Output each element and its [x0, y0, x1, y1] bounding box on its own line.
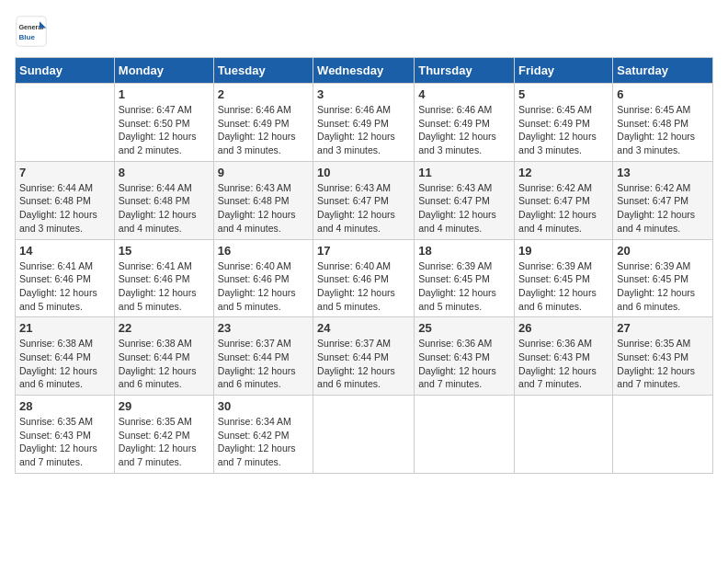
day-info: Sunrise: 6:42 AM Sunset: 6:47 PM Dayligh… [617, 181, 709, 236]
day-cell: 3Sunrise: 6:46 AM Sunset: 6:49 PM Daylig… [313, 84, 415, 162]
day-info: Sunrise: 6:38 AM Sunset: 6:44 PM Dayligh… [19, 337, 110, 391]
header-tuesday: Tuesday [213, 58, 313, 84]
day-info: Sunrise: 6:44 AM Sunset: 6:48 PM Dayligh… [19, 181, 110, 236]
day-number: 2 [218, 87, 309, 101]
day-number: 12 [518, 166, 609, 179]
day-number: 24 [317, 321, 410, 335]
day-number: 17 [317, 244, 410, 258]
day-info: Sunrise: 6:43 AM Sunset: 6:47 PM Dayligh… [317, 181, 410, 236]
day-info: Sunrise: 6:41 AM Sunset: 6:46 PM Dayligh… [119, 259, 210, 314]
day-cell: 20Sunrise: 6:39 AM Sunset: 6:45 PM Dayli… [613, 239, 713, 317]
day-info: Sunrise: 6:46 AM Sunset: 6:49 PM Dayligh… [218, 103, 309, 157]
header-sunday: Sunday [16, 58, 115, 84]
day-cell: 15Sunrise: 6:41 AM Sunset: 6:46 PM Dayli… [114, 239, 213, 317]
day-info: Sunrise: 6:43 AM Sunset: 6:47 PM Dayligh… [418, 181, 510, 236]
day-info: Sunrise: 6:37 AM Sunset: 6:44 PM Dayligh… [317, 337, 410, 391]
day-number: 7 [19, 166, 110, 179]
calendar-table: SundayMondayTuesdayWednesdayThursdayFrid… [15, 57, 713, 474]
day-cell: 2Sunrise: 6:46 AM Sunset: 6:49 PM Daylig… [213, 84, 313, 162]
day-number: 3 [317, 87, 410, 101]
day-cell: 13Sunrise: 6:42 AM Sunset: 6:47 PM Dayli… [613, 161, 713, 239]
day-number: 23 [218, 321, 309, 335]
day-number: 30 [218, 399, 309, 413]
day-cell: 27Sunrise: 6:35 AM Sunset: 6:43 PM Dayli… [613, 317, 713, 396]
day-number: 28 [19, 399, 110, 413]
day-info: Sunrise: 6:42 AM Sunset: 6:47 PM Dayligh… [518, 181, 609, 236]
day-cell [313, 396, 415, 474]
day-info: Sunrise: 6:38 AM Sunset: 6:44 PM Dayligh… [119, 337, 210, 391]
day-info: Sunrise: 6:34 AM Sunset: 6:42 PM Dayligh… [218, 415, 309, 469]
day-cell: 25Sunrise: 6:36 AM Sunset: 6:43 PM Dayli… [415, 317, 515, 396]
day-info: Sunrise: 6:40 AM Sunset: 6:46 PM Dayligh… [317, 259, 410, 314]
day-cell [415, 396, 515, 474]
header-thursday: Thursday [415, 58, 515, 84]
day-cell [16, 84, 115, 162]
day-number: 8 [119, 166, 210, 179]
day-number: 20 [617, 244, 709, 258]
day-info: Sunrise: 6:37 AM Sunset: 6:44 PM Dayligh… [218, 337, 309, 391]
day-number: 19 [518, 244, 609, 258]
day-cell: 6Sunrise: 6:45 AM Sunset: 6:48 PM Daylig… [613, 84, 713, 162]
day-number: 21 [19, 321, 110, 335]
day-cell: 12Sunrise: 6:42 AM Sunset: 6:47 PM Dayli… [515, 161, 613, 239]
day-cell: 24Sunrise: 6:37 AM Sunset: 6:44 PM Dayli… [313, 317, 415, 396]
day-info: Sunrise: 6:39 AM Sunset: 6:45 PM Dayligh… [518, 259, 609, 314]
day-number: 9 [218, 166, 309, 179]
day-cell: 17Sunrise: 6:40 AM Sunset: 6:46 PM Dayli… [313, 239, 415, 317]
day-cell: 26Sunrise: 6:36 AM Sunset: 6:43 PM Dayli… [515, 317, 613, 396]
day-number: 27 [617, 321, 709, 335]
day-info: Sunrise: 6:41 AM Sunset: 6:46 PM Dayligh… [19, 259, 110, 314]
header-friday: Friday [515, 58, 613, 84]
day-info: Sunrise: 6:43 AM Sunset: 6:48 PM Dayligh… [218, 181, 309, 236]
day-number: 29 [119, 399, 210, 413]
header-wednesday: Wednesday [313, 58, 415, 84]
header-saturday: Saturday [613, 58, 713, 84]
page-header: General Blue [15, 15, 713, 48]
day-number: 5 [518, 87, 609, 101]
day-number: 10 [317, 166, 410, 179]
day-number: 15 [119, 244, 210, 258]
day-cell: 7Sunrise: 6:44 AM Sunset: 6:48 PM Daylig… [16, 161, 115, 239]
header-monday: Monday [114, 58, 213, 84]
day-cell: 18Sunrise: 6:39 AM Sunset: 6:45 PM Dayli… [415, 239, 515, 317]
day-number: 22 [119, 321, 210, 335]
day-info: Sunrise: 6:40 AM Sunset: 6:46 PM Dayligh… [218, 259, 309, 314]
day-info: Sunrise: 6:46 AM Sunset: 6:49 PM Dayligh… [317, 103, 410, 157]
day-info: Sunrise: 6:45 AM Sunset: 6:49 PM Dayligh… [518, 103, 609, 157]
day-number: 25 [418, 321, 510, 335]
day-cell: 22Sunrise: 6:38 AM Sunset: 6:44 PM Dayli… [114, 317, 213, 396]
day-cell: 23Sunrise: 6:37 AM Sunset: 6:44 PM Dayli… [213, 317, 313, 396]
day-info: Sunrise: 6:39 AM Sunset: 6:45 PM Dayligh… [418, 259, 510, 314]
day-cell: 1Sunrise: 6:47 AM Sunset: 6:50 PM Daylig… [114, 84, 213, 162]
week-row-5: 28Sunrise: 6:35 AM Sunset: 6:43 PM Dayli… [16, 396, 713, 474]
day-cell: 10Sunrise: 6:43 AM Sunset: 6:47 PM Dayli… [313, 161, 415, 239]
svg-text:Blue: Blue [19, 33, 36, 41]
day-cell: 19Sunrise: 6:39 AM Sunset: 6:45 PM Dayli… [515, 239, 613, 317]
day-cell: 8Sunrise: 6:44 AM Sunset: 6:48 PM Daylig… [114, 161, 213, 239]
day-info: Sunrise: 6:35 AM Sunset: 6:43 PM Dayligh… [617, 337, 709, 391]
day-info: Sunrise: 6:36 AM Sunset: 6:43 PM Dayligh… [418, 337, 510, 391]
day-info: Sunrise: 6:36 AM Sunset: 6:43 PM Dayligh… [518, 337, 609, 391]
week-row-2: 7Sunrise: 6:44 AM Sunset: 6:48 PM Daylig… [16, 161, 713, 239]
day-number: 13 [617, 166, 709, 179]
logo-icon: General Blue [15, 15, 48, 48]
day-number: 18 [418, 244, 510, 258]
week-row-1: 1Sunrise: 6:47 AM Sunset: 6:50 PM Daylig… [16, 84, 713, 162]
day-info: Sunrise: 6:45 AM Sunset: 6:48 PM Dayligh… [617, 103, 709, 157]
day-number: 14 [19, 244, 110, 258]
day-info: Sunrise: 6:44 AM Sunset: 6:48 PM Dayligh… [119, 181, 210, 236]
day-cell: 9Sunrise: 6:43 AM Sunset: 6:48 PM Daylig… [213, 161, 313, 239]
day-number: 16 [218, 244, 309, 258]
day-cell: 21Sunrise: 6:38 AM Sunset: 6:44 PM Dayli… [16, 317, 115, 396]
day-cell: 5Sunrise: 6:45 AM Sunset: 6:49 PM Daylig… [515, 84, 613, 162]
day-cell: 30Sunrise: 6:34 AM Sunset: 6:42 PM Dayli… [213, 396, 313, 474]
logo: General Blue [15, 15, 51, 48]
day-cell [515, 396, 613, 474]
week-row-3: 14Sunrise: 6:41 AM Sunset: 6:46 PM Dayli… [16, 239, 713, 317]
day-info: Sunrise: 6:46 AM Sunset: 6:49 PM Dayligh… [418, 103, 510, 157]
day-info: Sunrise: 6:35 AM Sunset: 6:43 PM Dayligh… [19, 415, 110, 469]
week-row-4: 21Sunrise: 6:38 AM Sunset: 6:44 PM Dayli… [16, 317, 713, 396]
day-number: 1 [119, 87, 210, 101]
day-cell [613, 396, 713, 474]
day-cell: 16Sunrise: 6:40 AM Sunset: 6:46 PM Dayli… [213, 239, 313, 317]
